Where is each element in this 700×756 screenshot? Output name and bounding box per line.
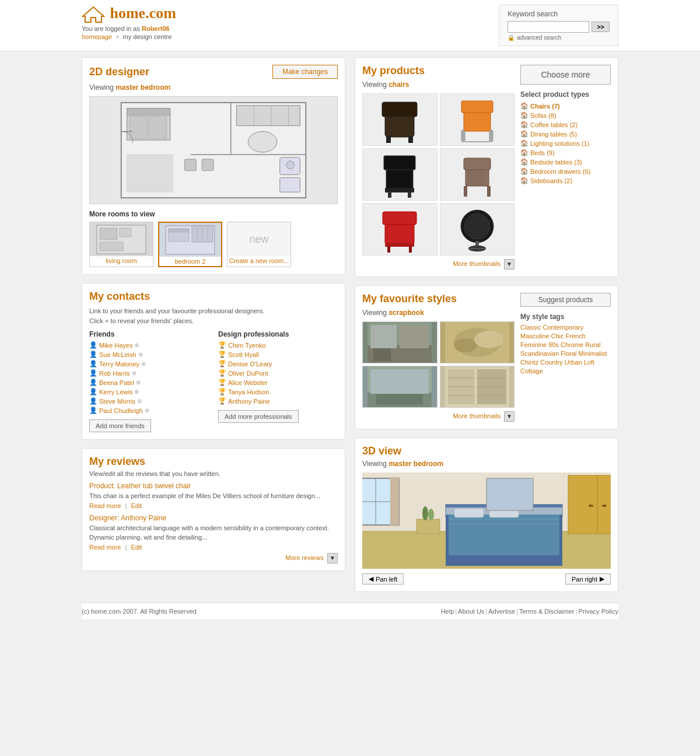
choose-more-button[interactable]: Choose more	[520, 65, 611, 85]
review-2-link[interactable]: Designer: Anthony Paine	[89, 514, 338, 522]
bedroom2-link[interactable]: bedroom 2	[159, 257, 221, 266]
tag-rural[interactable]: Rural	[585, 341, 600, 348]
suggest-products-button[interactable]: Suggest products	[520, 293, 611, 307]
product-type-lighting: 🏠 Lighting solutions (1)	[520, 139, 611, 147]
svg-rect-18	[127, 155, 173, 192]
tag-chrome[interactable]: Chrome	[561, 341, 583, 348]
svg-rect-101	[454, 509, 484, 517]
header-left: home.com You are logged in as Robert06 h…	[82, 5, 176, 40]
footer-privacy[interactable]: Privacy Policy	[579, 608, 618, 615]
style-img-3	[362, 366, 438, 408]
footer-advertise[interactable]: Advertise	[488, 608, 515, 615]
contact-chen-tyenko: 🏆Chen Tyenko	[218, 341, 338, 349]
svg-rect-107	[416, 519, 440, 534]
svg-rect-42	[385, 188, 414, 192]
room-thumb-bedroom2: bedroom 2	[158, 222, 222, 267]
svg-rect-26	[169, 229, 189, 232]
search-input[interactable]	[508, 21, 589, 33]
pan-left-icon: ◀	[369, 575, 373, 583]
product-img-3	[362, 148, 438, 201]
svg-rect-68	[370, 325, 397, 348]
style-more-thumbnails-link[interactable]: More thumbnails	[453, 412, 501, 419]
product-img-1	[362, 93, 438, 146]
more-reviews-dropdown[interactable]: ▼	[327, 553, 338, 564]
review-1-read-more[interactable]: Read more	[89, 502, 121, 509]
add-friends-button[interactable]: Add more friends	[89, 419, 151, 432]
living-room-link[interactable]: living room	[90, 256, 153, 265]
svg-rect-22	[120, 228, 131, 237]
footer-copyright: (c) home.com 2007. All Rights Reserved	[82, 608, 197, 615]
more-thumbnails-link[interactable]: More thumbnails	[453, 260, 501, 267]
svg-rect-34	[408, 136, 413, 143]
tag-minimalist[interactable]: Minimalist	[579, 350, 607, 357]
floor-plan	[89, 96, 338, 204]
breadcrumb-home[interactable]: homepage	[82, 33, 112, 40]
tag-classic[interactable]: Classic	[520, 324, 541, 331]
more-rooms-label: More rooms to view	[89, 210, 338, 218]
svg-rect-31	[385, 114, 414, 137]
product-img-4	[440, 148, 515, 201]
tag-masculine[interactable]: Masculine	[520, 332, 550, 340]
reviews-desc: View/edit all the reviews that you have …	[89, 470, 338, 477]
tag-urban[interactable]: Urban	[565, 359, 582, 366]
search-button[interactable]: >>	[592, 22, 610, 32]
svg-rect-35	[464, 111, 491, 131]
footer-about[interactable]: About Us	[458, 608, 484, 615]
footer-help[interactable]: Help	[441, 608, 454, 615]
more-reviews-link[interactable]: More reviews	[285, 554, 323, 561]
svg-rect-54	[487, 186, 491, 197]
product-type-beds: 🏠 Beds (9)	[520, 149, 611, 156]
create-room-link[interactable]: Create a new room...	[228, 256, 290, 265]
contact-tanya-hudson: 🏆Tanya Hudson	[218, 388, 338, 396]
add-professionals-button[interactable]: Add more professionals	[218, 410, 299, 423]
pan-left-button[interactable]: ◀ Pan left	[362, 573, 404, 584]
tag-french[interactable]: French	[566, 332, 586, 340]
my-styles-section: My favourite styles Viewing scrapbook	[355, 285, 618, 429]
product-type-chairs: 🏠 Chairs (7)	[520, 102, 611, 110]
contact-steve-morris: 👤Steve Morris⊕	[89, 397, 209, 405]
tag-country[interactable]: Country	[540, 359, 563, 366]
review-2-actions: Read more | Edit	[89, 544, 338, 551]
contact-rob-harris: 👤Rob Harris⊕	[89, 369, 209, 377]
review-1: Product: Leather tub swivel chair This c…	[89, 482, 338, 509]
contact-kerry-lewis: 👤Kerry Lewis⊕	[89, 388, 209, 396]
product-img-5	[362, 203, 438, 256]
advanced-search-link[interactable]: advanced search	[517, 34, 561, 41]
review-2-read-more[interactable]: Read more	[89, 544, 121, 551]
tag-cottage[interactable]: Cottage	[520, 368, 543, 374]
review-2-edit[interactable]: Edit	[131, 544, 142, 551]
contact-oliver-dupont: 🏆Oliver DuPont	[218, 369, 338, 377]
review-1-link[interactable]: Product: Leather tub swivel chair	[89, 482, 338, 490]
more-thumbnails-dropdown[interactable]: ▼	[504, 259, 514, 270]
footer-terms[interactable]: Terms & Disclaimer	[519, 608, 575, 615]
style-more-thumbnails-dropdown[interactable]: ▼	[504, 411, 514, 422]
room-thumb-new: new Create a new room...	[227, 222, 291, 267]
svg-rect-5	[127, 108, 170, 116]
product-type-bedroom-drawers: 🏠 Bedroom drawers (6)	[520, 167, 611, 175]
svg-rect-15	[280, 177, 300, 192]
svg-rect-53	[464, 186, 467, 197]
styles-title: My favourite styles	[362, 293, 457, 305]
svg-rect-52	[464, 158, 491, 170]
review-2-text: Classical architectural language with a …	[89, 524, 338, 542]
review-1-edit[interactable]: Edit	[131, 502, 142, 509]
keyword-search-box: Keyword search >> 🔒 advanced search	[499, 5, 618, 46]
tag-floral[interactable]: Floral	[561, 350, 577, 357]
pan-right-button[interactable]: Pan right ▶	[565, 573, 611, 584]
product-type-bedside: 🏠 Bedside tables (3)	[520, 158, 611, 166]
review-1-actions: Read more | Edit	[89, 502, 338, 509]
make-changes-button[interactable]: Make changes	[272, 65, 338, 79]
svg-rect-8	[237, 106, 300, 126]
tag-80s[interactable]: 80s	[548, 341, 559, 348]
tag-chintz[interactable]: Chintz	[520, 359, 538, 366]
user-info: You are logged in as Robert06	[82, 25, 176, 32]
view3d-title: 3D view	[362, 445, 611, 457]
svg-rect-94	[390, 477, 399, 526]
tag-chic[interactable]: Chic	[551, 332, 564, 340]
tag-scandinavian[interactable]: Scandinavian	[520, 350, 559, 357]
pan-right-icon: ▶	[600, 575, 604, 583]
tag-contemporary[interactable]: Contemporary	[542, 324, 583, 331]
tag-loft[interactable]: Loft	[584, 359, 594, 366]
tag-feminine[interactable]: Feminine	[520, 341, 547, 348]
svg-rect-57	[385, 243, 414, 247]
